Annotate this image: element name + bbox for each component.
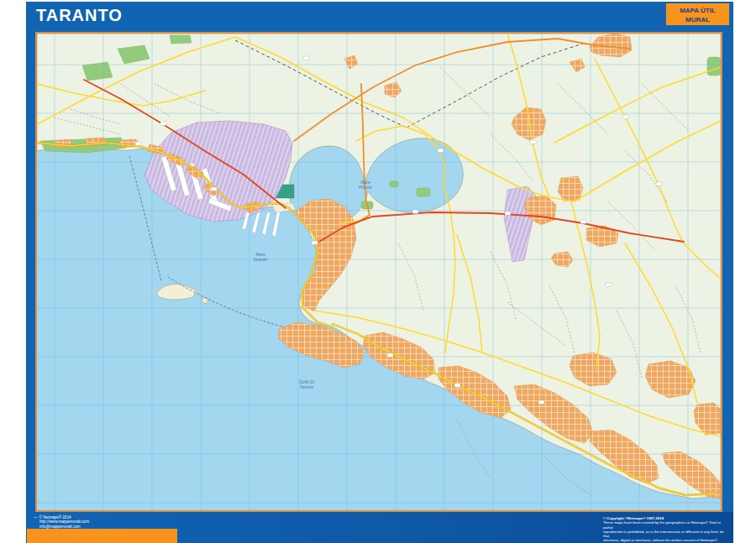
map-poster: TARANTO MAPA ÚTIL MURAL — [26, 2, 733, 543]
footer-orange-bar — [27, 529, 177, 543]
map-canvas: Mare Piccolo Mare Grande Golfo Di Tarant… — [35, 32, 722, 512]
mapa-util-badge: MAPA ÚTIL MURAL — [666, 3, 729, 25]
copyright-line4: electronic, digital or mechanic; without… — [603, 538, 729, 542]
label-mare-grande-2: Grande — [254, 257, 268, 262]
page: { "window": {"width": 900, "height": 647… — [0, 0, 756, 543]
footer-dash: — — [34, 515, 38, 520]
label-golfo-2: Taranto — [300, 384, 314, 389]
map-svg: Mare Piccolo Mare Grande Golfo Di Tarant… — [37, 34, 721, 510]
footer-copyright: © Copyright ©Netmaps® 1997-2014 These ma… — [603, 516, 729, 543]
label-mare-piccolo-2: Piccolo — [359, 185, 372, 190]
poster-title: TARANTO — [36, 6, 123, 25]
copyright-line3: reproduction is prohibited, as is the tr… — [603, 530, 729, 539]
copyright-line2: These maps have been created by the geog… — [603, 520, 729, 530]
badge-line2: MURAL — [666, 15, 729, 24]
footer-credits: —© Netmaps® 2014 http://www.mappemurali.… — [34, 515, 89, 529]
badge-line1: MAPA ÚTIL — [666, 6, 729, 15]
